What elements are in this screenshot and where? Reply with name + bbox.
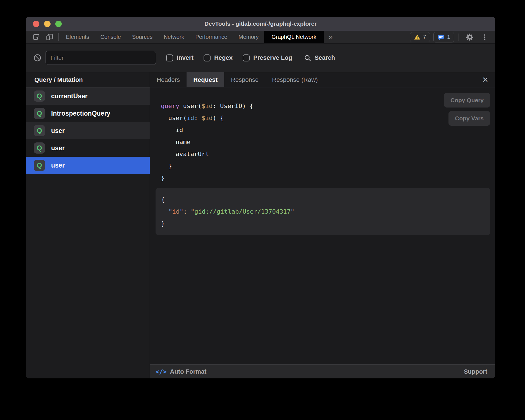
checkbox-label: Regex bbox=[214, 54, 233, 61]
titlebar: DevTools - gitlab.com/-/graphql-explorer bbox=[26, 17, 495, 31]
request-row-user-3[interactable]: Quser bbox=[26, 139, 150, 157]
checkbox-box-preserve-log[interactable] bbox=[243, 54, 250, 61]
zoom-window-button[interactable] bbox=[55, 21, 62, 27]
auto-format-button[interactable]: Auto Format bbox=[170, 368, 207, 375]
detail-tab-headers[interactable]: Headers bbox=[150, 72, 187, 87]
warning-count: 7 bbox=[423, 34, 426, 40]
devtools-window: DevTools - gitlab.com/-/graphql-explorer… bbox=[26, 17, 495, 378]
request-row-introspectionquery-1[interactable]: QIntrospectionQuery bbox=[26, 105, 150, 122]
traffic-lights bbox=[26, 21, 62, 27]
filter-bar: InvertRegexPreserve Log Search bbox=[26, 44, 495, 72]
tab-graphql-network[interactable]: GraphQL Network bbox=[264, 31, 323, 43]
code-line: { bbox=[161, 194, 490, 206]
code-line: name bbox=[161, 136, 495, 148]
tab-memory[interactable]: Memory bbox=[233, 31, 264, 43]
copy-vars-button[interactable]: Copy Vars bbox=[448, 111, 490, 126]
request-row-user-2[interactable]: Quser bbox=[26, 122, 150, 139]
query-type-badge: Q bbox=[34, 108, 45, 119]
detail-tabs: HeadersRequestResponseResponse (Raw) bbox=[150, 72, 324, 87]
code-line: id bbox=[161, 124, 495, 136]
tab-console[interactable]: Console bbox=[95, 31, 126, 43]
copy-query-button[interactable]: Copy Query bbox=[444, 93, 490, 108]
request-row-label: currentUser bbox=[51, 92, 87, 100]
query-type-badge: Q bbox=[34, 90, 45, 102]
devtools-toolbar: ElementsConsoleSourcesNetworkPerformance… bbox=[26, 31, 495, 44]
warnings-badge[interactable]: ! 7 bbox=[410, 32, 430, 42]
checkbox-invert[interactable]: Invert bbox=[166, 54, 194, 61]
request-row-label: IntrospectionQuery bbox=[51, 110, 110, 117]
checkbox-preserve-log[interactable]: Preserve Log bbox=[243, 54, 292, 61]
minimize-window-button[interactable] bbox=[44, 21, 51, 27]
request-tab-content: query user($id: UserID) { user(id: $id) … bbox=[150, 87, 495, 364]
request-row-label: user bbox=[51, 144, 65, 152]
checkbox-box-invert[interactable] bbox=[166, 54, 173, 61]
code-line: } bbox=[161, 218, 490, 230]
tab-elements[interactable]: Elements bbox=[60, 31, 95, 43]
main-split: Query / Mutation QcurrentUserQIntrospect… bbox=[26, 72, 495, 378]
checkbox-box-regex[interactable] bbox=[204, 54, 211, 61]
graphql-query-code: query user($id: UserID) { user(id: $id) … bbox=[161, 100, 495, 184]
toolbar-separator bbox=[58, 33, 59, 41]
settings-gear-icon[interactable] bbox=[463, 33, 476, 41]
code-format-icon: </> bbox=[156, 368, 166, 375]
support-link[interactable]: Support bbox=[464, 368, 487, 375]
kebab-menu-icon[interactable] bbox=[479, 34, 490, 41]
detail-tabs-row: HeadersRequestResponseResponse (Raw) ✕ bbox=[150, 72, 495, 87]
code-line: } bbox=[161, 160, 495, 172]
checkbox-label: Preserve Log bbox=[253, 54, 292, 61]
status-bar: </> Auto Format Support bbox=[150, 364, 495, 378]
message-icon bbox=[437, 34, 445, 41]
clear-requests-icon[interactable] bbox=[33, 54, 42, 62]
request-row-currentuser-0[interactable]: QcurrentUser bbox=[26, 87, 150, 105]
search-label: Search bbox=[314, 54, 335, 61]
request-row-label: user bbox=[51, 127, 65, 135]
more-tabs-icon[interactable]: » bbox=[324, 31, 338, 43]
detail-tab-response[interactable]: Response bbox=[224, 72, 265, 87]
request-row-label: user bbox=[51, 162, 65, 169]
svg-text:!: ! bbox=[417, 36, 418, 40]
query-type-badge: Q bbox=[34, 142, 45, 154]
request-list: QcurrentUserQIntrospectionQueryQuserQuse… bbox=[26, 87, 150, 174]
filter-input[interactable] bbox=[45, 51, 156, 65]
search-toggle[interactable]: Search bbox=[304, 54, 335, 62]
detail-tab-request[interactable]: Request bbox=[187, 72, 224, 87]
devtools-tabs: ElementsConsoleSourcesNetworkPerformance… bbox=[60, 31, 324, 43]
checkbox-regex[interactable]: Regex bbox=[204, 54, 233, 61]
detail-tab-response-raw[interactable]: Response (Raw) bbox=[265, 72, 324, 87]
issues-badge[interactable]: 1 bbox=[433, 32, 454, 42]
code-line: user(id: $id) { bbox=[161, 112, 495, 124]
close-detail-icon[interactable]: ✕ bbox=[475, 75, 495, 84]
request-list-header: Query / Mutation bbox=[26, 72, 150, 87]
issue-count: 1 bbox=[447, 34, 450, 40]
device-toolbar-icon[interactable] bbox=[46, 33, 53, 41]
query-type-badge: Q bbox=[34, 125, 45, 136]
request-row-user-4[interactable]: Quser bbox=[26, 157, 150, 174]
tab-network[interactable]: Network bbox=[158, 31, 190, 43]
window-title: DevTools - gitlab.com/-/graphql-explorer bbox=[26, 20, 495, 27]
tab-performance[interactable]: Performance bbox=[190, 31, 233, 43]
query-type-badge: Q bbox=[34, 160, 45, 171]
checkbox-label: Invert bbox=[177, 54, 194, 61]
warning-icon: ! bbox=[414, 34, 421, 40]
graphql-variables-box: { "id": "gid://gitlab/User/13704317"} bbox=[156, 188, 490, 235]
filter-checkboxes: InvertRegexPreserve Log bbox=[156, 54, 292, 61]
search-icon bbox=[304, 54, 311, 62]
toolbar-right-separator bbox=[459, 34, 459, 41]
close-window-button[interactable] bbox=[33, 21, 39, 27]
code-line: avatarUrl bbox=[161, 148, 495, 160]
code-line: } bbox=[161, 172, 495, 184]
request-list-panel: Query / Mutation QcurrentUserQIntrospect… bbox=[26, 72, 150, 378]
code-line: "id": "gid://gitlab/User/13704317" bbox=[161, 206, 490, 218]
tab-sources[interactable]: Sources bbox=[127, 31, 158, 43]
inspect-element-icon[interactable] bbox=[33, 33, 40, 41]
detail-panel: HeadersRequestResponseResponse (Raw) ✕ q… bbox=[150, 72, 495, 378]
